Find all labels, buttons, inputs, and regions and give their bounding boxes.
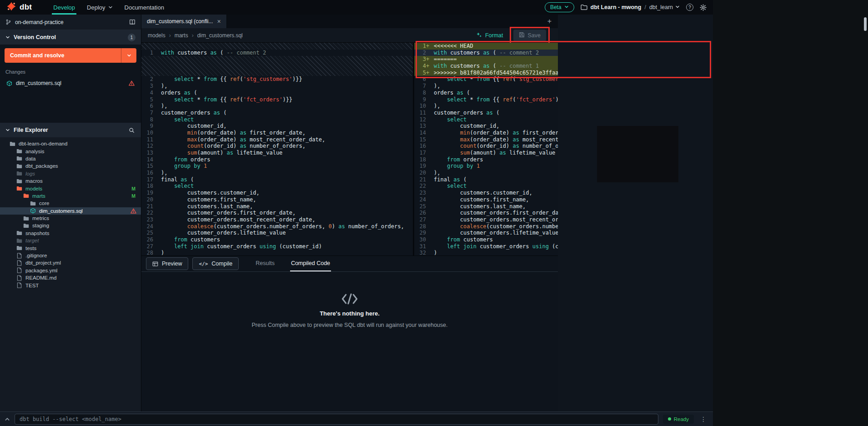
code-line-16[interactable]: 16 count(order_id) as number_of_orders,: [414, 143, 558, 150]
code-line-2[interactable]: 2 select * from {{ ref('stg_customers')}…: [141, 76, 413, 83]
code-line-29[interactable]: 29 customer_orders.lifetime_value: [414, 230, 558, 236]
code-line-22[interactable]: 22 customer_orders.first_order_date,: [141, 210, 413, 216]
breadcrumb-item[interactable]: dim_customers.sql: [197, 32, 243, 39]
code-line-32[interactable]: 32): [414, 250, 558, 256]
tree-item-dim-customers-sql[interactable]: dim_customers.sql: [0, 207, 141, 215]
kebab-menu-icon[interactable]: ⋮: [698, 416, 708, 423]
tab-results[interactable]: Results: [255, 256, 276, 271]
code-line-3[interactable]: 3),: [141, 83, 413, 90]
command-input[interactable]: [15, 414, 658, 425]
code-line-13[interactable]: 13 sum(amount) as lifetime_value: [141, 150, 413, 156]
code-line-18[interactable]: 18 from orders: [414, 156, 558, 163]
file-explorer-header[interactable]: File Explorer: [0, 123, 141, 137]
preview-button[interactable]: Preview: [146, 257, 188, 270]
file-search-icon[interactable]: [128, 126, 135, 134]
code-line-7[interactable]: 7customer_orders as (: [141, 110, 413, 116]
code-line-4[interactable]: 4orders as (: [141, 90, 413, 96]
code-line-9[interactable]: 9 customer_id,: [141, 123, 413, 130]
tree-item-packages-yml[interactable]: packages.yml: [0, 267, 141, 274]
tab-compiled-code[interactable]: Compiled Code: [290, 256, 331, 271]
code-line-15[interactable]: 15 group by 1: [141, 163, 413, 170]
code-line-20[interactable]: 20 customers.first_name,: [141, 196, 413, 203]
code-line-30[interactable]: 30 from customers: [414, 236, 558, 243]
code-line-6[interactable]: 6 select * from {{ ref('stg_customers')}…: [414, 76, 558, 83]
version-control-header[interactable]: Version Control 1: [0, 30, 141, 45]
code-line-24[interactable]: 24 customers.first_name,: [414, 196, 558, 203]
code-line-9[interactable]: 9 select * from {{ ref('fct_orders')}}: [414, 96, 558, 103]
code-line-23[interactable]: 23 customer_orders.most_recent_order_dat…: [141, 216, 413, 223]
tree-item-test[interactable]: TEST: [0, 281, 141, 289]
tree-item-data[interactable]: data: [0, 155, 141, 162]
code-line-12[interactable]: 12 count(order_id) as number_of_orders,: [141, 143, 413, 150]
code-line-21[interactable]: 21 customers.last_name,: [141, 203, 413, 210]
tree-item-macros[interactable]: macros: [0, 177, 141, 185]
tree-item-tests[interactable]: tests: [0, 244, 141, 251]
tree-item-logs[interactable]: logs: [0, 170, 141, 177]
status-ready-badge[interactable]: Ready: [663, 415, 694, 424]
git-branch-row[interactable]: on-demand-practice: [0, 15, 141, 30]
code-line-8[interactable]: 8 select: [141, 116, 413, 123]
commit-options-caret[interactable]: [121, 48, 136, 63]
settings-gear-icon[interactable]: [700, 4, 707, 11]
code-line-5[interactable]: 5+>>>>>>> b81f802a66fd544504c65721e3ffaa…: [414, 70, 558, 76]
diff-pane-incoming[interactable]: 1+<<<<<<< HEAD2with customers as ( -- co…: [414, 43, 558, 256]
code-line-25[interactable]: 25 customer_orders.lifetime_value: [141, 230, 413, 236]
code-line-28[interactable]: 28 coalesce(customer_orders.number_of_or…: [414, 223, 558, 230]
code-line-12[interactable]: 12 select: [414, 116, 558, 123]
tree-item-analysis[interactable]: analysis: [0, 147, 141, 155]
format-button[interactable]: Format: [476, 32, 503, 39]
tree-item-marts[interactable]: martsM: [0, 192, 141, 200]
code-line-22[interactable]: 22 select: [414, 183, 558, 190]
code-line-11[interactable]: 11 max(order_date) as most_recent_order_…: [141, 136, 413, 143]
tree-item-dbt-packages[interactable]: dbt_packages: [0, 162, 141, 170]
code-line-11[interactable]: 11customer_orders as (: [414, 110, 558, 116]
tree-item-readme-md[interactable]: README.md: [0, 274, 141, 281]
new-tab-button[interactable]: +: [541, 15, 558, 28]
breadcrumb-item[interactable]: models: [148, 32, 166, 39]
save-button[interactable]: Save: [513, 30, 547, 41]
expand-panel-chevron-up-icon[interactable]: [5, 416, 10, 422]
code-line-1[interactable]: 1with customers as ( -- comment 2: [141, 50, 413, 56]
code-line-26[interactable]: 26 from customers: [141, 236, 413, 243]
page-scrollbar[interactable]: [864, 17, 867, 31]
tree-item-snapshots[interactable]: snapshots: [0, 230, 141, 237]
tab-close-icon[interactable]: ×: [217, 18, 221, 25]
code-line-14[interactable]: 14 from orders: [141, 156, 413, 163]
code-line-6[interactable]: 6),: [141, 103, 413, 110]
tree-item-dbt-learn-on-demand[interactable]: dbt-learn-on-demand: [0, 140, 141, 147]
code-line-19[interactable]: 19 group by 1: [414, 163, 558, 170]
code-line-5[interactable]: 5 select * from {{ ref('fct_orders')}}: [141, 96, 413, 103]
code-line-20[interactable]: 20),: [414, 170, 558, 176]
code-line-4[interactable]: 4+with customers as ( -- comment 1: [414, 63, 558, 70]
code-line-17[interactable]: 17final as (: [141, 176, 413, 183]
code-line-1[interactable]: 1+<<<<<<< HEAD: [414, 43, 558, 50]
tree-item-metrics[interactable]: metrics: [0, 215, 141, 222]
docs-reader-icon[interactable]: [129, 19, 135, 25]
changed-file-dim-customers[interactable]: dim_customers.sql: [5, 78, 136, 88]
nav-item-deploy[interactable]: Deploy: [81, 0, 118, 15]
tree-item--gitignore[interactable]: .gitignore: [0, 252, 141, 259]
code-line-15[interactable]: 15 max(order_date) as most_recent_order_…: [414, 136, 558, 143]
code-line-7[interactable]: 7),: [414, 83, 558, 90]
code-line-10[interactable]: 10),: [414, 103, 558, 110]
code-line-2[interactable]: 2with customers as ( -- comment 2: [414, 50, 558, 56]
tree-item-dbt-project-yml[interactable]: dbt_project.yml: [0, 259, 141, 266]
nav-item-documentation[interactable]: Documentation: [119, 0, 170, 15]
diff-pane-current[interactable]: 1with customers as ( -- comment 22 selec…: [141, 43, 413, 256]
code-line-26[interactable]: 26 customer_orders.first_order_date,: [414, 210, 558, 216]
code-line-25[interactable]: 25 customers.last_name,: [414, 203, 558, 210]
project-dropdown[interactable]: dbt_learn: [649, 4, 680, 10]
tree-item-staging[interactable]: staging: [0, 222, 141, 229]
help-button[interactable]: ?: [686, 4, 693, 11]
code-line-8[interactable]: 8orders as (: [414, 90, 558, 96]
commit-and-resolve-button[interactable]: Commit and resolve: [5, 48, 136, 63]
code-line-13[interactable]: 13 customer_id,: [414, 123, 558, 130]
tree-item-models[interactable]: modelsM: [0, 185, 141, 192]
breadcrumb-item[interactable]: marts: [175, 32, 188, 39]
tab-dim-customers[interactable]: dim_customers.sql (confli... ×: [141, 15, 227, 28]
code-line-18[interactable]: 18 select: [141, 183, 413, 190]
code-line-21[interactable]: 21final as (: [414, 176, 558, 183]
tree-item-target[interactable]: target: [0, 237, 141, 244]
code-line-24[interactable]: 24 coalesce(customer_orders.number_of_or…: [141, 223, 413, 230]
code-line-28[interactable]: 28): [141, 250, 413, 256]
